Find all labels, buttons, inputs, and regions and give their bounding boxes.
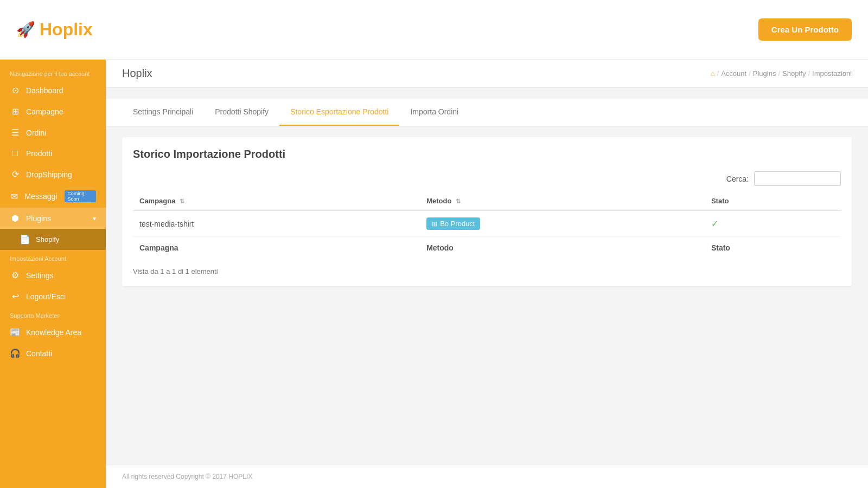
table-card: Storico Importazione Prodotti Cerca: Cam… [122, 137, 852, 286]
sort-icon-metodo[interactable]: ⇅ [456, 198, 461, 204]
sidebar-label-shopify: Shopify [36, 235, 59, 243]
home-icon[interactable]: ⌂ [711, 69, 715, 78]
product-badge[interactable]: ⊞ Bo Product [426, 217, 480, 230]
sidebar-item-campagne[interactable]: ⊞ Campagne [0, 101, 106, 122]
sidebar-item-logout[interactable]: ↩ Logout/Esci [0, 286, 106, 307]
nav-section-label: Navigazione per il tuo account [0, 65, 106, 80]
sidebar-label-knowledge: Knowledge Area [26, 328, 81, 337]
logo-icon: 🚀 [16, 21, 35, 38]
tab-storico-esportazione[interactable]: Storico Esportazione Prodotti [279, 99, 399, 126]
content-area: Hoplix ⌂ / Account / Plugins / Shopify /… [106, 60, 868, 488]
page-footer: All rights reserved Copyright © 2017 HOP… [106, 465, 868, 488]
plugins-icon: ⬢ [10, 213, 21, 223]
search-input[interactable] [754, 171, 841, 186]
page-header: Hoplix ⌂ / Account / Plugins / Shopify /… [106, 60, 868, 88]
messaggi-icon: ✉ [10, 191, 19, 202]
logout-icon: ↩ [10, 291, 21, 301]
account-section-label: Impostazioni Account [0, 250, 106, 265]
cell-metodo: ⊞ Bo Product [420, 211, 705, 237]
sidebar-item-ordini[interactable]: ☰ Ordini [0, 122, 106, 143]
table-row: test-media-tshirt ⊞ Bo Product ✓ [133, 211, 841, 237]
plugins-submenu: 📄 Shopify [0, 229, 106, 250]
search-label: Cerca: [726, 175, 749, 183]
sidebar-item-shopify[interactable]: 📄 Shopify [0, 229, 106, 250]
campagne-icon: ⊞ [10, 106, 21, 117]
col-header-campagna: Campagna ⇅ [133, 191, 420, 211]
ordini-icon: ☰ [10, 127, 21, 138]
prodotti-icon: □ [10, 149, 21, 158]
breadcrumb: ⌂ / Account / Plugins / Shopify / Impost… [711, 69, 852, 78]
coming-soon-badge: Coming Soon [65, 190, 96, 202]
dropshipping-icon: ⟳ [10, 169, 21, 179]
sidebar-item-plugins[interactable]: ⬢ Plugins ▾ [0, 208, 106, 229]
sidebar-item-contatti[interactable]: 🎧 Contatti [0, 343, 106, 364]
sidebar-label-dashboard: Dashboard [26, 86, 63, 95]
tabs-bar: Settings Principali Prodotti Shopify Sto… [106, 99, 868, 126]
copyright-text: All rights reserved Copyright © 2017 HOP… [122, 473, 252, 480]
search-row: Cerca: [133, 171, 841, 186]
sidebar-label-plugins: Plugins [26, 214, 51, 223]
check-icon: ✓ [711, 219, 718, 228]
table-header-row: Campagna ⇅ Metodo ⇅ Stato [133, 191, 841, 211]
sidebar-label-dropshipping: DropShipping [26, 170, 72, 179]
section-title: Storico Importazione Prodotti [133, 148, 841, 160]
tab-settings-principali[interactable]: Settings Principali [122, 99, 204, 126]
sidebar-label-ordini: Ordini [26, 129, 46, 137]
sidebar-item-knowledge[interactable]: 📰 Knowledge Area [0, 322, 106, 343]
grid-icon: ⊞ [432, 220, 437, 228]
contatti-icon: 🎧 [10, 348, 21, 358]
dup-col-campagna: Campagna [133, 237, 420, 259]
sidebar-label-settings: Settings [26, 271, 54, 280]
crea-prodotto-button[interactable]: Crea Un Prodotto [758, 18, 852, 41]
data-table: Campagna ⇅ Metodo ⇅ Stato [133, 191, 841, 259]
footer-count: Vista da 1 a 1 di 1 elementi [133, 267, 841, 275]
breadcrumb-account[interactable]: Account [721, 69, 746, 78]
chevron-down-icon: ▾ [93, 215, 96, 222]
sidebar-item-prodotti[interactable]: □ Prodotti [0, 143, 106, 164]
sidebar-label-campagne: Campagne [26, 107, 63, 116]
product-badge-label: Bo Product [440, 220, 475, 228]
dashboard-icon: ⊙ [10, 85, 21, 95]
sidebar-item-dashboard[interactable]: ⊙ Dashboard [0, 80, 106, 101]
sidebar-label-prodotti: Prodotti [26, 149, 52, 158]
breadcrumb-impostazioni: Impostazioni [812, 69, 852, 78]
breadcrumb-shopify[interactable]: Shopify [782, 69, 806, 78]
main-layout: Navigazione per il tuo account ⊙ Dashboa… [0, 60, 868, 488]
support-section-label: Supporto Marketer [0, 307, 106, 322]
cell-stato: ✓ [705, 211, 841, 237]
page-content: Settings Principali Prodotti Shopify Sto… [106, 88, 868, 465]
tab-prodotti-shopify[interactable]: Prodotti Shopify [204, 99, 279, 126]
sidebar-item-messaggi[interactable]: ✉ Messaggi Coming Soon [0, 185, 106, 208]
cell-campagna: test-media-tshirt [133, 211, 420, 237]
logo-text: Hoplix [40, 20, 93, 40]
logo-area: 🚀 Hoplix [16, 20, 93, 40]
sidebar-label-logout: Logout/Esci [26, 292, 66, 301]
table-dup-header-row: Campagna Metodo Stato [133, 237, 841, 259]
tab-importa-ordini[interactable]: Importa Ordini [399, 99, 469, 126]
sidebar-label-messaggi: Messaggi [24, 192, 57, 201]
top-header: 🚀 Hoplix Crea Un Prodotto [0, 0, 868, 60]
sort-icon-campagna[interactable]: ⇅ [180, 198, 184, 204]
col-header-stato: Stato [705, 191, 841, 211]
shopify-icon: 📄 [20, 234, 30, 245]
sidebar: Navigazione per il tuo account ⊙ Dashboa… [0, 60, 106, 488]
dup-col-metodo: Metodo [420, 237, 705, 259]
knowledge-icon: 📰 [10, 327, 21, 337]
dup-col-stato: Stato [705, 237, 841, 259]
sidebar-item-dropshipping[interactable]: ⟳ DropShipping [0, 164, 106, 185]
settings-icon: ⚙ [10, 270, 21, 280]
sidebar-label-contatti: Contatti [26, 349, 52, 358]
breadcrumb-plugins[interactable]: Plugins [753, 69, 776, 78]
col-header-metodo: Metodo ⇅ [420, 191, 705, 211]
page-title: Hoplix [122, 67, 152, 80]
sidebar-item-settings[interactable]: ⚙ Settings [0, 265, 106, 286]
